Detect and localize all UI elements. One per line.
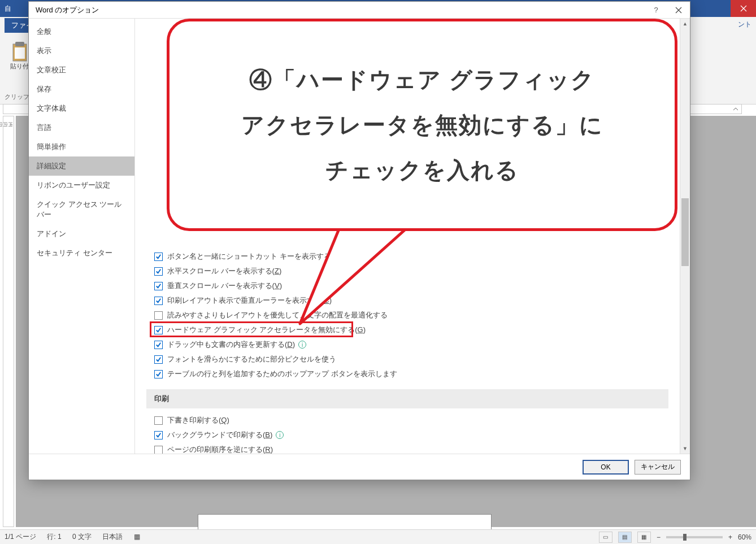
dialog-title-text: Word のオプション [36,5,99,15]
annotation-callout: ④「ハードウェア グラフィック アクセラレータを無効にする」に チェックを入れる [167,19,677,231]
display-opt-label-6[interactable]: ドラッグ中も文書の内容を更新する(D) [167,340,295,350]
cancel-button[interactable]: キャンセル [635,460,681,475]
zoom-in-button[interactable]: + [728,533,732,541]
dialog-help-button[interactable]: ? [645,2,667,19]
callout-line-2: アクセラレータを無効にする」に [241,102,603,147]
print-section-header: 印刷 [146,389,668,408]
print-opt-row-2: ページの印刷順序を逆にする(R) [146,442,668,454]
sidebar-item-9[interactable]: クイック アクセス ツール バー [29,195,134,224]
display-opt-checkbox-4[interactable] [154,311,163,320]
vertical-scrollbar[interactable]: ▲ ▼ [680,19,690,454]
svg-rect-1 [15,42,24,46]
scroll-thumb[interactable] [681,198,689,266]
view-print-button[interactable]: ▤ [618,532,632,543]
sidebar-item-8[interactable]: リボンのユーザー設定 [29,176,134,195]
word-options-dialog: Word のオプション ? 全般表示文章校正保存文字体裁言語簡単操作詳細設定リボ… [28,1,690,480]
chevron-up-icon[interactable] [732,106,739,112]
display-opt-row-8: テーブルの行と列を追加するためのポップアップ ボタンを表示します [146,367,668,381]
sidebar-item-4[interactable]: 文字体裁 [29,99,134,118]
display-opt-checkbox-2[interactable] [154,282,163,290]
sidebar-item-3[interactable]: 保存 [29,80,134,99]
info-icon[interactable]: i [276,431,284,439]
display-opt-checkbox-8[interactable] [154,370,163,378]
callout-line-1: ④「ハードウェア グラフィック [241,57,603,102]
sidebar-item-1[interactable]: 表示 [29,41,134,60]
zoom-slider[interactable] [666,536,723,538]
svg-rect-2 [15,47,25,59]
macro-icon[interactable]: ▦ [134,533,140,541]
clipboard-group-label: クリップ [5,93,29,101]
dialog-footer: OK キャンセル [29,454,690,480]
dialog-titlebar: Word のオプション ? [29,2,690,19]
status-page[interactable]: 1/1 ページ [5,533,36,541]
print-opt-row-1: バックグラウンドで印刷する(B)i [146,428,668,442]
zoom-level[interactable]: 60% [738,533,751,541]
scroll-track[interactable] [680,29,690,443]
zoom-out-button[interactable]: − [657,533,661,541]
print-opt-label-2[interactable]: ページの印刷順序を逆にする(R) [167,445,273,454]
close-icon [740,5,747,12]
print-opt-checkbox-2[interactable] [154,446,163,454]
comment-partial[interactable]: ント [738,20,751,29]
zoom-slider-thumb[interactable] [683,534,687,541]
print-opt-checkbox-0[interactable] [154,416,163,425]
status-line[interactable]: 行: 1 [47,533,61,541]
view-web-button[interactable]: ▦ [637,532,651,543]
print-opt-row-0: 下書き印刷する(Q) [146,413,668,428]
display-opt-checkbox-6[interactable] [154,341,163,349]
close-icon [675,7,682,14]
callout-pointer [294,228,419,329]
main-title-partial: 自 [5,4,11,14]
display-opt-checkbox-3[interactable] [154,297,163,305]
main-close-button[interactable] [731,0,756,17]
sidebar-item-11[interactable]: セキュリティ センター [29,243,134,263]
scroll-up-button[interactable]: ▲ [680,19,690,29]
print-opt-label-1[interactable]: バックグラウンドで印刷する(B) [167,430,272,440]
display-opt-label-2[interactable]: 垂直スクロール バーを表示する(V) [167,281,282,291]
callout-line-3: チェックを入れる [241,147,603,193]
display-opt-label-7[interactable]: フォントを滑らかにするために部分ピクセルを使う [167,354,336,364]
sidebar-item-7[interactable]: 詳細設定 [29,156,134,176]
status-lang[interactable]: 日本語 [102,533,123,541]
print-opt-checkbox-1[interactable] [154,431,163,439]
status-bar: 1/1 ページ 行: 1 0 文字 日本語 ▦ ▭ ▤ ▦ − + 60% [0,529,756,544]
view-read-button[interactable]: ▭ [599,532,612,543]
display-opt-checkbox-0[interactable] [154,253,163,261]
sidebar-item-10[interactable]: アドイン [29,224,134,243]
display-opt-label-1[interactable]: 水平スクロール バーを表示する(Z) [167,266,281,276]
status-chars[interactable]: 0 文字 [72,533,92,541]
display-opt-row-7: フォントを滑らかにするために部分ピクセルを使う [146,352,668,367]
ruler-vertical[interactable]: |4||2||2||4||6||8||10||12||14||16||18||2… [3,116,14,527]
ok-button[interactable]: OK [583,460,629,475]
display-opt-checkbox-1[interactable] [154,267,163,276]
dialog-close-button[interactable] [667,2,690,19]
sidebar-item-6[interactable]: 簡単操作 [29,137,134,156]
sidebar-item-2[interactable]: 文章校正 [29,60,134,80]
print-opt-label-0[interactable]: 下書き印刷する(Q) [167,415,229,425]
clipboard-icon [11,42,29,62]
sidebar-item-0[interactable]: 全般 [29,22,134,41]
display-opt-label-8[interactable]: テーブルの行と列を追加するためのポップアップ ボタンを表示します [167,369,397,379]
info-icon[interactable]: i [298,341,306,349]
scroll-down-button[interactable]: ▼ [680,443,690,454]
display-opt-row-6: ドラッグ中も文書の内容を更新する(D)i [146,337,668,352]
display-opt-checkbox-7[interactable] [154,355,163,364]
options-sidebar: 全般表示文章校正保存文字体裁言語簡単操作詳細設定リボンのユーザー設定クイック ア… [29,19,135,454]
sidebar-item-5[interactable]: 言語 [29,118,134,137]
svg-marker-3 [300,228,407,324]
